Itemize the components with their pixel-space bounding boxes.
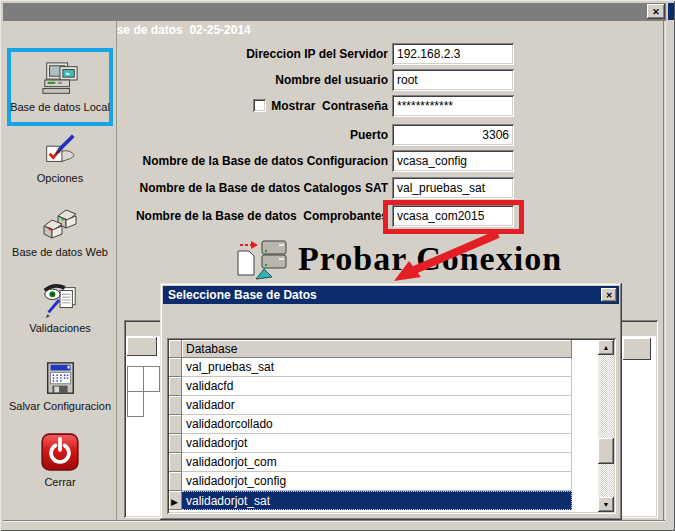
row-selector[interactable] [169,434,182,453]
row-selector[interactable] [169,415,182,434]
test-connection-icon [234,239,292,283]
sat-catalogs-db-input[interactable] [392,177,514,199]
scroll-down-button[interactable]: ▼ [598,497,614,512]
scroll-up-button[interactable]: ▲ [598,340,614,355]
config-db-input[interactable] [392,150,514,172]
test-connection-button[interactable]: Probar Conexion [234,239,562,283]
database-row[interactable]: validacfd [169,377,572,396]
sidebar-item-label: Cerrar [44,476,75,488]
database-grid: Database val_pruebas_sat validacfd valid… [167,338,616,514]
database-row-label[interactable]: validadorcollado [182,415,572,434]
sidebar-item-label: Validaciones [29,322,91,334]
sidebar-item-cerrar[interactable]: Cerrar [3,431,117,488]
vouchers-db-label: Nombre de la Base de datos Comprobantes [120,205,388,227]
database-row-label[interactable]: val_pruebas_sat [182,358,572,377]
sidebar-item-label: Salvar Configuracion [9,400,111,412]
database-row-selected[interactable]: ▶ validadorjot_sat [169,491,572,510]
window-titlebar: Conexion a la base de datos 02-25-2014 ✕ [3,3,666,21]
grid-header-row: Database [169,340,572,358]
username-input[interactable] [392,69,514,91]
form-row: Puerto [0,124,675,146]
scroll-thumb[interactable] [598,438,614,464]
database-row[interactable]: validadorjot_config [169,472,572,491]
row-selector-current[interactable]: ▶ [169,491,182,510]
form-row: Nombre del usuario [0,69,675,91]
save-config-icon [41,361,79,397]
port-label: Puerto [120,124,388,146]
database-row-label[interactable]: validadorjot [182,434,572,453]
vouchers-db-input[interactable] [392,205,514,227]
window-frame-bottom [3,520,665,522]
row-selector[interactable] [169,358,182,377]
form-row: Mostrar Contraseña [0,95,675,117]
server-ip-label: Direccion IP del Servidor [120,43,388,65]
database-row[interactable]: validador [169,396,572,415]
database-row[interactable]: validadorjot_com [169,453,572,472]
database-row-label[interactable]: validadorjot_com [182,453,572,472]
form-row: Nombre de la Base de datos Comprobantes [0,205,675,227]
database-row[interactable]: validadorjot [169,434,572,453]
background-window-edge [668,3,674,20]
database-row-label[interactable]: validacfd [182,377,572,396]
database-row-label[interactable]: validadorjot_sat [182,491,572,510]
form-row: Direccion IP del Servidor [0,43,675,65]
row-selector[interactable] [169,377,182,396]
grid-corner-cell [169,340,182,358]
server-ip-input[interactable] [392,43,514,65]
grid-column-header[interactable]: Database [182,340,572,358]
select-database-dialog: Seleccione Base de Datos ✕ Database val_… [160,283,622,520]
database-row-label[interactable]: validador [182,396,572,415]
dialog-close-button[interactable]: ✕ [601,288,617,302]
row-selector[interactable] [169,453,182,472]
grid-cell [127,391,144,417]
config-db-label: Nombre de la Base de datos Configuracion [120,150,388,172]
show-password-label: Mostrar Contraseña [120,95,388,117]
username-label: Nombre del usuario [120,69,388,91]
sidebar-item-validaciones[interactable]: Validaciones [3,281,117,334]
dialog-titlebar: Seleccione Base de Datos ✕ [163,286,619,304]
current-row-pointer-icon: ▶ [169,497,178,507]
grid-cell [143,366,160,392]
window-close-button[interactable]: ✕ [647,4,665,19]
dialog-title: Seleccione Base de Datos [168,288,317,302]
row-selector[interactable] [169,396,182,415]
database-row-label[interactable]: validadorjot_config [182,472,572,491]
grid-scrollbar[interactable]: ▲ ▼ [598,340,614,512]
row-selector[interactable] [169,472,182,491]
database-row[interactable]: val_pruebas_sat [169,358,572,377]
results-grid-column-header [623,338,651,360]
test-connection-label: Probar Conexion [298,239,562,279]
sidebar-item-salvar-configuracion[interactable]: Salvar Configuracion [3,361,117,412]
validations-icon [40,281,80,319]
database-row[interactable]: validadorcollado [169,415,572,434]
grid-cell [127,366,144,392]
port-input[interactable] [392,124,514,146]
sat-catalogs-db-label: Nombre de la Base de datos Catalogos SAT [120,177,388,199]
main-window: Conexion a la base de datos 02-25-2014 ✕… [0,0,675,531]
form-row: Nombre de la Base de datos Configuracion [0,150,675,172]
form-row: Nombre de la Base de datos Catalogos SAT [0,177,675,199]
password-input[interactable] [392,95,514,117]
power-icon [39,431,81,473]
results-grid-corner-cell [127,337,157,356]
sidebar-item-label: Base de datos Web [12,246,108,258]
